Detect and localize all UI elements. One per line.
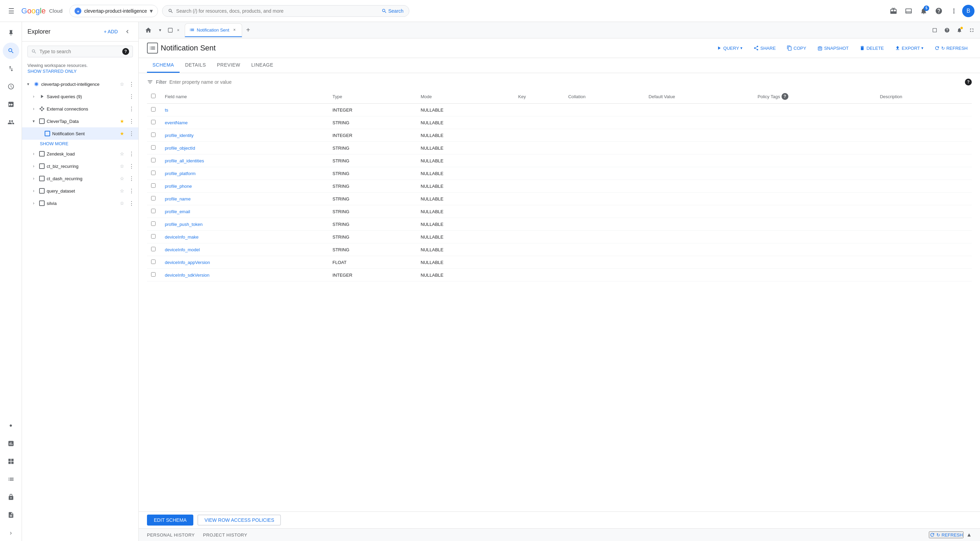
- field-name-link[interactable]: profile_email: [165, 209, 190, 214]
- tree-external-connections-item[interactable]: › External connections ⋮: [22, 103, 138, 115]
- row-checkbox[interactable]: [151, 120, 156, 124]
- snapshot-button[interactable]: SNAPSHOT: [813, 43, 853, 53]
- row-checkbox[interactable]: [151, 272, 156, 277]
- row-checkbox[interactable]: [151, 145, 156, 150]
- home-tab-button[interactable]: [142, 23, 155, 37]
- export-button[interactable]: EXPORT ▾: [891, 43, 928, 53]
- tree-ct-biz-more-icon[interactable]: ⋮: [127, 162, 136, 170]
- field-name-link[interactable]: ts: [165, 107, 168, 113]
- row-checkbox[interactable]: [151, 221, 156, 226]
- row-checkbox[interactable]: [151, 234, 156, 239]
- search-input[interactable]: [176, 8, 379, 14]
- policy-tags-help-icon[interactable]: ?: [781, 93, 788, 100]
- tree-root-more-icon[interactable]: ⋮: [127, 80, 136, 88]
- tab-home-close-icon[interactable]: ×: [175, 27, 181, 33]
- show-starred-button[interactable]: SHOW STARRED ONLY: [27, 68, 133, 74]
- sidebar-lock-icon[interactable]: [3, 489, 19, 505]
- tab-details[interactable]: DETAILS: [180, 58, 212, 73]
- sidebar-people-icon[interactable]: [3, 114, 19, 130]
- tree-silvia-more-icon[interactable]: ⋮: [127, 199, 136, 207]
- search-button[interactable]: Search: [382, 8, 404, 14]
- row-checkbox[interactable]: [151, 183, 156, 188]
- field-name-link[interactable]: profile_identity: [165, 133, 194, 138]
- tree-ct-dash-item[interactable]: › ct_dash_recurring ☆ ⋮: [22, 172, 138, 185]
- show-more-button[interactable]: SHOW MORE: [22, 140, 138, 148]
- notifications-icon-button[interactable]: 5: [917, 4, 931, 18]
- sidebar-sandbox-icon[interactable]: [3, 96, 19, 113]
- sidebar-pin-icon[interactable]: [3, 25, 19, 41]
- field-name-link[interactable]: deviceInfo_make: [165, 234, 199, 240]
- tab-home-item[interactable]: ×: [165, 23, 184, 37]
- tab-expand-icon[interactable]: [929, 25, 940, 36]
- tree-notification-sent-item[interactable]: Notification Sent ★ ⋮: [22, 127, 138, 140]
- explorer-search-box[interactable]: ?: [27, 46, 133, 57]
- row-checkbox[interactable]: [151, 107, 156, 111]
- tree-root-item[interactable]: ▾ clevertap-product-intelligence ☆ ⋮: [22, 78, 138, 90]
- field-name-link[interactable]: eventName: [165, 120, 188, 125]
- query-button[interactable]: QUERY ▾: [712, 43, 746, 53]
- tree-ct-biz-item[interactable]: › ct_biz_recurring ☆ ⋮: [22, 160, 138, 172]
- row-checkbox[interactable]: [151, 196, 156, 200]
- tree-notification-sent-more-icon[interactable]: ⋮: [127, 129, 136, 138]
- filter-input[interactable]: [169, 79, 962, 85]
- help-icon-button[interactable]: [932, 4, 946, 18]
- sidebar-analytics-icon[interactable]: [3, 435, 19, 452]
- field-name-link[interactable]: deviceInfo_appVersion: [165, 260, 210, 265]
- add-button[interactable]: + ADD: [100, 27, 122, 37]
- history-refresh-button[interactable]: ↻ REFRESH: [929, 531, 964, 538]
- tree-query-dataset-item[interactable]: › query_dataset ☆ ⋮: [22, 185, 138, 197]
- tree-saved-queries-more-icon[interactable]: ⋮: [127, 92, 136, 100]
- refresh-button[interactable]: ↻ REFRESH: [930, 43, 972, 53]
- row-checkbox[interactable]: [151, 158, 156, 162]
- more-vert-icon-button[interactable]: [947, 4, 961, 18]
- tree-ct-biz-star-icon[interactable]: ☆: [118, 162, 126, 170]
- collapse-panel-button[interactable]: [122, 26, 133, 37]
- tree-root-star-icon[interactable]: ☆: [118, 80, 126, 88]
- sidebar-transfers-icon[interactable]: [3, 60, 19, 77]
- sidebar-schedule-icon[interactable]: [3, 78, 19, 95]
- terminal-icon-button[interactable]: [902, 4, 915, 18]
- sidebar-table-icon[interactable]: [3, 471, 19, 487]
- select-all-checkbox[interactable]: [151, 94, 156, 98]
- hamburger-menu-icon[interactable]: ☰: [5, 4, 17, 18]
- field-name-link[interactable]: deviceInfo_sdkVersion: [165, 272, 210, 278]
- tree-zendesk-star-icon[interactable]: ☆: [118, 150, 126, 158]
- filter-help-icon[interactable]: ?: [965, 79, 972, 86]
- tree-ct-dash-more-icon[interactable]: ⋮: [127, 174, 136, 183]
- tab-lineage[interactable]: LINEAGE: [246, 58, 279, 73]
- tree-clevertap-data-more-icon[interactable]: ⋮: [127, 117, 136, 125]
- field-name-link[interactable]: profile_platform: [165, 171, 196, 176]
- add-tab-button[interactable]: +: [243, 25, 254, 36]
- personal-history-tab[interactable]: PERSONAL HISTORY: [147, 532, 195, 538]
- tab-notification-sent[interactable]: Notification Sent ×: [185, 23, 242, 37]
- tree-silvia-item[interactable]: › silvia ☆ ⋮: [22, 197, 138, 209]
- search-help-icon[interactable]: ?: [122, 48, 129, 55]
- global-search-bar[interactable]: Search: [162, 5, 409, 17]
- tab-notification-sent-close-icon[interactable]: ×: [231, 27, 238, 33]
- field-name-link[interactable]: profile_phone: [165, 184, 192, 189]
- tree-zendesk-more-icon[interactable]: ⋮: [127, 150, 136, 158]
- view-row-access-policies-button[interactable]: VIEW ROW ACCESS POLICIES: [197, 515, 281, 525]
- gift-icon-button[interactable]: [886, 4, 900, 18]
- field-name-link[interactable]: deviceInfo_model: [165, 247, 200, 252]
- row-checkbox[interactable]: [151, 170, 156, 175]
- row-checkbox[interactable]: [151, 132, 156, 137]
- copy-button[interactable]: COPY: [783, 43, 810, 53]
- sidebar-doc-icon[interactable]: [3, 507, 19, 523]
- sidebar-grid-icon[interactable]: [3, 453, 19, 469]
- edit-schema-button[interactable]: EDIT SCHEMA: [147, 515, 193, 525]
- tab-schema[interactable]: SCHEMA: [147, 58, 180, 73]
- sidebar-expand-icon[interactable]: ›: [3, 525, 19, 541]
- field-name-link[interactable]: profile_objectId: [165, 146, 195, 151]
- history-collapse-icon[interactable]: ▲: [966, 532, 972, 538]
- explorer-search-input[interactable]: [40, 49, 119, 54]
- tree-silvia-star-icon[interactable]: ☆: [118, 199, 126, 207]
- user-avatar[interactable]: B: [962, 5, 975, 17]
- tree-notification-sent-star-icon[interactable]: ★: [118, 129, 126, 138]
- tree-clevertap-data-star-icon[interactable]: ★: [118, 117, 126, 125]
- field-name-link[interactable]: profile_push_token: [165, 222, 203, 227]
- row-checkbox[interactable]: [151, 247, 156, 251]
- tab-preview[interactable]: PREVIEW: [212, 58, 246, 73]
- tree-zendesk-item[interactable]: › Zendesk_load ☆ ⋮: [22, 148, 138, 160]
- tree-ext-conn-more-icon[interactable]: ⋮: [127, 105, 136, 113]
